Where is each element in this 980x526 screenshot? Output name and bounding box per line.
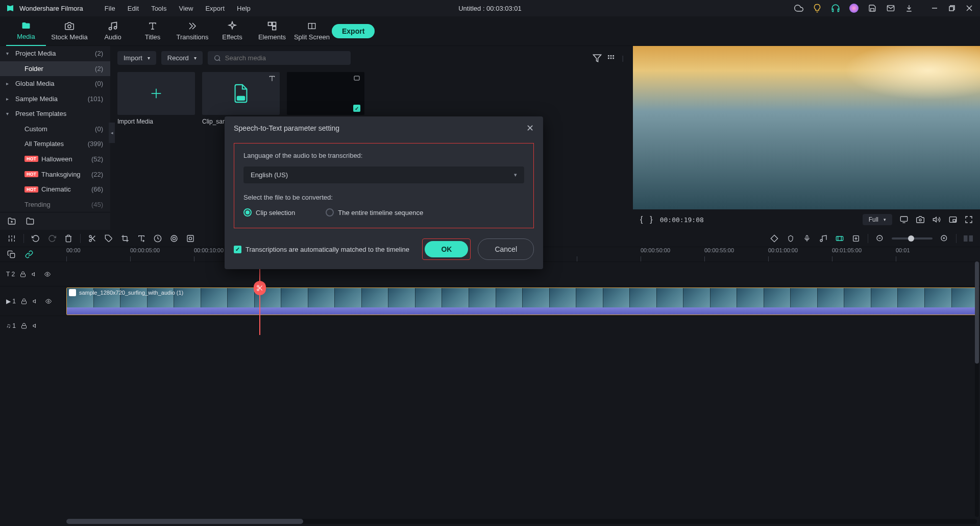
quality-dropdown[interactable]: Full▾	[863, 214, 892, 225]
sidebar-item-global-media[interactable]: ▸Global Media(0)	[0, 76, 110, 91]
tag-icon[interactable]	[104, 234, 113, 243]
open-folder-icon[interactable]	[26, 217, 35, 225]
thumb-import-media[interactable]: Import Media	[117, 72, 195, 125]
track-mute-icon[interactable]	[32, 323, 39, 329]
menu-help[interactable]: Help	[231, 5, 257, 12]
sidebar-item-cinematic[interactable]: HOTCinematic(66)	[0, 182, 110, 197]
tab-split-screen[interactable]: Split Screen	[292, 16, 332, 46]
volume-icon[interactable]	[932, 216, 941, 224]
delete-icon[interactable]	[64, 234, 73, 243]
sidebar-item-custom[interactable]: Custom(0)	[0, 122, 110, 137]
mail-icon[interactable]	[886, 4, 895, 13]
fullscreen-icon[interactable]	[965, 216, 973, 224]
keyframe-icon[interactable]	[770, 234, 779, 243]
sidebar-item-halloween[interactable]: HOTHalloween(52)	[0, 152, 110, 167]
zoom-slider[interactable]	[892, 237, 933, 240]
cloud-icon[interactable]	[794, 4, 803, 13]
menu-tools[interactable]: Tools	[145, 5, 173, 12]
render-icon[interactable]	[835, 234, 844, 243]
sidebar-item-trending[interactable]: Trending(45)	[0, 197, 110, 212]
preview-viewport[interactable]	[633, 46, 980, 209]
speed-icon[interactable]	[153, 234, 162, 243]
search-input[interactable]	[208, 51, 351, 65]
menu-edit[interactable]: Edit	[121, 5, 145, 12]
track-lock-icon[interactable]	[20, 271, 26, 278]
tab-audio[interactable]: Audio	[93, 16, 133, 46]
sidebar-item-preset-templates[interactable]: ▾Preset Templates	[0, 106, 110, 122]
track-mute-icon[interactable]	[32, 298, 39, 304]
dialog-close-icon[interactable]: ✕	[526, 123, 534, 134]
adjust-icon[interactable]	[7, 234, 16, 243]
timeline-clip[interactable]: sample_1280x720_surfing_with_audio (1)	[66, 288, 979, 315]
track-lock-icon[interactable]	[21, 322, 27, 329]
import-dropdown[interactable]: Import▾	[117, 51, 156, 65]
tab-transitions[interactable]: Transitions	[173, 16, 212, 46]
playhead[interactable]	[259, 261, 260, 335]
sidebar-item-sample-media[interactable]: ▸Sample Media(101)	[0, 91, 110, 107]
track-mute-icon[interactable]	[31, 271, 38, 277]
timeline-v-scrollbar[interactable]	[975, 261, 979, 517]
menu-file[interactable]: File	[99, 5, 121, 12]
mark-out-icon[interactable]: }	[650, 215, 652, 224]
new-folder-icon[interactable]	[7, 217, 16, 225]
snapshot-icon[interactable]	[916, 216, 925, 224]
marker-icon[interactable]	[786, 234, 795, 243]
filter-icon[interactable]	[593, 54, 602, 63]
tab-stock-media[interactable]: Stock Media	[46, 16, 93, 46]
sidebar-item-project-media[interactable]: ▾Project Media(2)	[0, 46, 110, 61]
tab-effects[interactable]: Effects	[212, 16, 252, 46]
playhead-scissors-icon[interactable]	[254, 281, 266, 295]
track-visible-icon[interactable]	[44, 298, 53, 304]
idea-icon[interactable]	[813, 4, 822, 13]
greenscreen-icon[interactable]	[186, 234, 195, 243]
zoom-in-icon[interactable]	[940, 234, 949, 243]
track-body[interactable]: sample_1280x720_surfing_with_audio (1)	[66, 286, 980, 316]
zoom-out-icon[interactable]	[875, 234, 885, 243]
undo-icon[interactable]	[31, 234, 40, 243]
record-dropdown[interactable]: Record▾	[161, 51, 203, 65]
grid-view-icon[interactable]	[607, 54, 615, 62]
tab-media[interactable]: Media	[6, 16, 46, 46]
minimize-icon[interactable]	[930, 4, 939, 13]
copy-tracks-icon[interactable]	[7, 250, 15, 258]
track-body[interactable]	[66, 316, 980, 335]
language-select[interactable]: English (US) ▾	[243, 166, 524, 183]
menu-export[interactable]: Export	[199, 5, 231, 12]
zoom-fit-icon[interactable]	[964, 234, 973, 243]
svg-marker-73	[32, 272, 35, 276]
split-clip-icon[interactable]	[88, 234, 97, 243]
tab-elements[interactable]: Elements	[252, 16, 292, 46]
ok-button[interactable]: OK	[425, 241, 468, 257]
close-icon[interactable]	[965, 4, 974, 13]
export-button[interactable]: Export	[332, 24, 375, 38]
track-lock-icon[interactable]	[21, 298, 27, 305]
redo-icon[interactable]	[47, 234, 57, 243]
timeline-h-scrollbar[interactable]	[66, 519, 977, 524]
sidebar-item-thanksgiving[interactable]: HOTThanksgiving(22)	[0, 166, 110, 182]
headset-icon[interactable]	[831, 4, 840, 13]
crop-icon[interactable]	[120, 234, 130, 243]
sidebar-item-all-templates[interactable]: All Templates(399)	[0, 136, 110, 152]
tab-titles[interactable]: Titles	[133, 16, 173, 46]
sidebar-item-folder[interactable]: Folder(2)	[0, 61, 110, 77]
save-icon[interactable]	[868, 4, 877, 13]
cancel-button[interactable]: Cancel	[478, 238, 534, 260]
sidebar-collapse-handle[interactable]: ◂	[109, 123, 115, 143]
radio-entire-timeline[interactable]: The entire timeline sequence	[326, 208, 423, 217]
track-visible-icon[interactable]	[43, 271, 52, 277]
avatar-icon[interactable]	[849, 4, 859, 13]
maximize-icon[interactable]	[947, 4, 957, 13]
link-icon[interactable]	[24, 250, 34, 258]
auto-match-checkbox[interactable]: ✓Transcriptions are automatically matche…	[234, 246, 409, 253]
voiceover-icon[interactable]	[802, 234, 812, 243]
marker-add-icon[interactable]	[851, 234, 861, 243]
mark-in-icon[interactable]: {	[640, 215, 643, 224]
color-icon[interactable]	[169, 234, 179, 243]
radio-clip-selection[interactable]: Clip selection	[243, 208, 295, 217]
download-icon[interactable]	[904, 4, 914, 13]
display-icon[interactable]	[899, 216, 909, 224]
menu-view[interactable]: View	[173, 5, 199, 12]
pip-icon[interactable]	[948, 216, 958, 224]
audio-mixer-icon[interactable]	[819, 234, 828, 243]
text-add-icon[interactable]	[137, 234, 146, 243]
